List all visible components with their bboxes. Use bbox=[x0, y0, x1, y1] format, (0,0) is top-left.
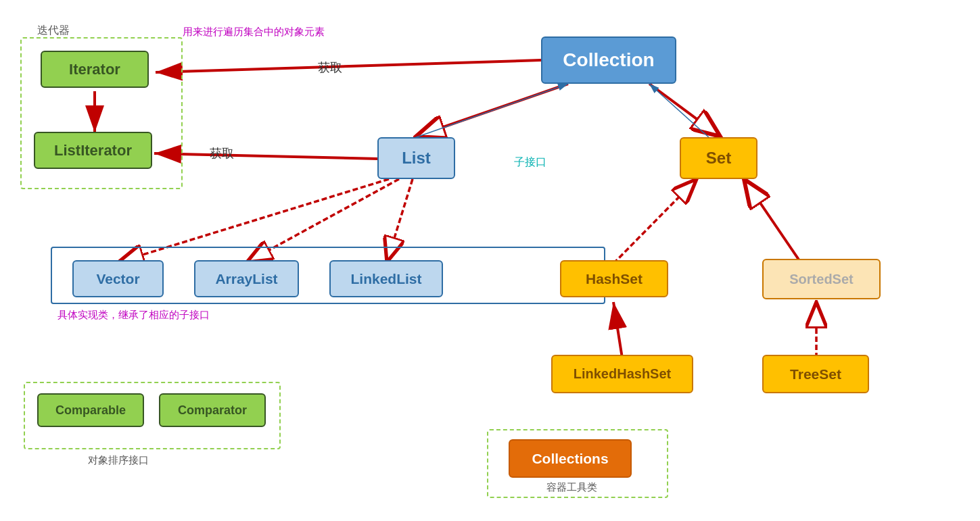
iterator-desc-label: 用来进行遍历集合中的对象元素 bbox=[183, 26, 325, 39]
svg-line-14 bbox=[744, 179, 801, 264]
sort-interface-label: 对象排序接口 bbox=[88, 454, 149, 467]
arraylist-node: ArrayList bbox=[194, 260, 299, 297]
iterator-box-label: 迭代器 bbox=[37, 24, 70, 38]
svg-line-9 bbox=[649, 84, 710, 139]
svg-line-13 bbox=[613, 179, 697, 264]
hashset-node: HashSet bbox=[560, 260, 668, 297]
get-list-iterator-label: 获取 bbox=[210, 145, 234, 162]
list-iterator-node: ListIterator bbox=[34, 132, 152, 169]
get-iterator-label: 获取 bbox=[318, 59, 342, 76]
set-node: Set bbox=[680, 137, 757, 179]
sortedset-node: SortedSet bbox=[762, 259, 881, 299]
linkedhashset-node: LinkedHashSet bbox=[551, 355, 693, 393]
svg-line-4 bbox=[154, 153, 379, 159]
list-node: List bbox=[377, 137, 455, 179]
sub-interface-label: 子接口 bbox=[514, 155, 546, 170]
svg-line-8 bbox=[413, 84, 568, 139]
diagram: 迭代器 用来进行遍历集合中的对象元素 Iterator ListIterator… bbox=[0, 0, 980, 521]
svg-line-3 bbox=[156, 60, 541, 72]
vector-node: Vector bbox=[72, 260, 164, 297]
collection-node: Collection bbox=[541, 36, 676, 84]
tool-class-label: 容器工具类 bbox=[546, 481, 597, 494]
linkedlist-node: LinkedList bbox=[329, 260, 443, 297]
svg-line-7 bbox=[649, 84, 720, 137]
svg-line-6 bbox=[416, 84, 568, 137]
treeset-node: TreeSet bbox=[762, 355, 869, 393]
svg-line-15 bbox=[613, 302, 622, 358]
impl-desc-label: 具体实现类，继承了相应的子接口 bbox=[57, 309, 210, 322]
comparator-node: Comparator bbox=[159, 393, 266, 427]
comparable-node: Comparable bbox=[37, 393, 144, 427]
collections-node: Collections bbox=[509, 439, 632, 478]
iterator-node: Iterator bbox=[41, 51, 149, 88]
